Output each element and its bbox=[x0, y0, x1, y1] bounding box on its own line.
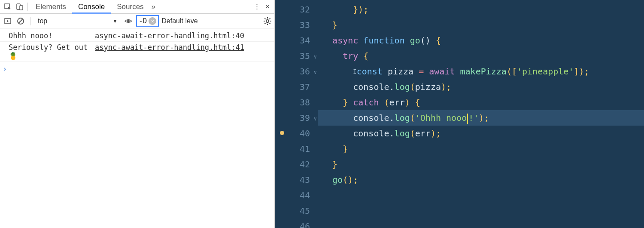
divider bbox=[30, 17, 30, 25]
line-number[interactable]: 38 bbox=[275, 95, 318, 110]
code-line[interactable]: console.log(pizza); bbox=[318, 79, 644, 95]
line-number[interactable]: 34 bbox=[275, 33, 318, 48]
line-number[interactable]: 37 bbox=[275, 79, 318, 95]
log-message: Seriously? Get out 🍍 bbox=[9, 43, 92, 60]
device-toggle-icon[interactable] bbox=[14, 3, 26, 11]
code-line[interactable]: } bbox=[318, 157, 644, 172]
log-message: Ohhh nooo! bbox=[9, 31, 92, 40]
svg-rect-2 bbox=[20, 6, 23, 10]
line-number[interactable]: 32 bbox=[275, 2, 318, 17]
code-line[interactable]: Iconst pizza = await makePizza(['pineapp… bbox=[318, 64, 644, 79]
console-prompt[interactable]: › bbox=[0, 62, 274, 76]
svg-point-7 bbox=[266, 19, 269, 22]
cursor-insertion-icon: I bbox=[353, 68, 356, 75]
line-number[interactable]: 35 bbox=[275, 48, 318, 64]
svg-line-13 bbox=[269, 23, 270, 24]
code-line[interactable]: } bbox=[318, 17, 644, 33]
console-log-area[interactable]: Ohhh nooo! async-await-error-handling.ht… bbox=[0, 28, 274, 228]
clear-filter-icon[interactable]: ✕ bbox=[149, 17, 156, 25]
code-line[interactable]: } bbox=[318, 141, 644, 157]
line-number[interactable]: 40 bbox=[275, 126, 318, 141]
svg-line-12 bbox=[265, 18, 266, 19]
tab-sources[interactable]: Sources bbox=[111, 0, 149, 14]
line-number[interactable]: 46 bbox=[275, 219, 318, 228]
console-toolbar: top ▼ -D ✕ Default leve bbox=[0, 14, 274, 28]
filter-value: -D bbox=[139, 17, 147, 25]
log-levels-select[interactable]: Default leve bbox=[161, 17, 204, 25]
code-line[interactable]: } catch (err) { bbox=[318, 95, 644, 110]
line-number[interactable]: 39 bbox=[275, 110, 318, 126]
svg-line-15 bbox=[269, 18, 270, 19]
code-line[interactable]: }); bbox=[318, 2, 644, 17]
breakpoint-icon[interactable] bbox=[280, 131, 284, 135]
log-row: Seriously? Get out 🍍 async-await-error-h… bbox=[0, 42, 274, 62]
line-number[interactable]: 42 bbox=[275, 157, 318, 172]
filter-input[interactable]: -D ✕ bbox=[136, 15, 159, 27]
log-row: Ohhh nooo! async-await-error-handling.ht… bbox=[0, 30, 274, 42]
line-number[interactable]: 44 bbox=[275, 188, 318, 203]
svg-point-6 bbox=[127, 20, 130, 22]
devtools-panel: Elements Console Sources » ⋮ × top ▼ -D … bbox=[0, 0, 275, 228]
code-area[interactable]: }); } async function go() { try { Iconst… bbox=[318, 0, 644, 228]
line-number[interactable]: 33 bbox=[275, 17, 318, 33]
code-line[interactable]: console.log(err); bbox=[318, 126, 644, 141]
clear-console-icon[interactable] bbox=[15, 17, 26, 25]
context-value: top bbox=[38, 17, 47, 25]
line-number[interactable]: 43 bbox=[275, 172, 318, 188]
code-line[interactable]: async function go() { bbox=[318, 33, 644, 48]
code-line[interactable]: go(); bbox=[318, 172, 644, 188]
log-source-link[interactable]: async-await-error-handling.html:41 bbox=[95, 43, 244, 60]
svg-line-5 bbox=[18, 19, 23, 23]
text-caret bbox=[467, 114, 468, 124]
code-line[interactable]: console.log('Ohhh nooo!'); bbox=[318, 110, 644, 126]
line-number[interactable]: 36 bbox=[275, 64, 318, 79]
tab-console[interactable]: Console bbox=[72, 0, 111, 14]
gear-icon[interactable] bbox=[263, 17, 272, 25]
divider bbox=[27, 3, 28, 11]
eye-icon[interactable] bbox=[123, 17, 134, 25]
sidebar-toggle-icon[interactable] bbox=[3, 17, 13, 25]
devtools-tabbar: Elements Console Sources » ⋮ × bbox=[0, 0, 274, 14]
line-number[interactable]: 41 bbox=[275, 141, 318, 157]
line-number-gutter[interactable]: 323334353637383940414243444546 bbox=[275, 0, 318, 228]
chevron-down-icon: ▼ bbox=[112, 18, 118, 24]
close-icon[interactable]: × bbox=[262, 2, 273, 12]
svg-line-14 bbox=[265, 23, 266, 24]
code-line[interactable]: try { bbox=[318, 48, 644, 64]
tab-elements[interactable]: Elements bbox=[30, 0, 72, 14]
line-number[interactable]: 45 bbox=[275, 203, 318, 219]
inspect-icon[interactable] bbox=[2, 3, 14, 11]
code-editor[interactable]: 323334353637383940414243444546 }); } asy… bbox=[275, 0, 644, 228]
kebab-menu-icon[interactable]: ⋮ bbox=[252, 2, 262, 11]
context-select[interactable]: top ▼ bbox=[35, 16, 121, 26]
tabs-overflow[interactable]: » bbox=[152, 3, 155, 11]
log-source-link[interactable]: async-await-error-handling.html:40 bbox=[95, 31, 244, 40]
